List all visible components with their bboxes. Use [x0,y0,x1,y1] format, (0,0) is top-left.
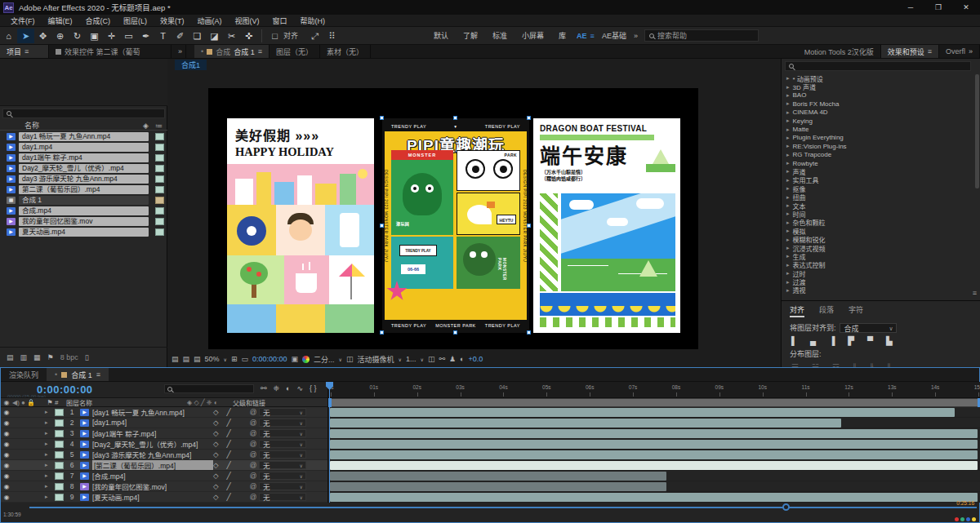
parent-pickwhip-icon[interactable]: @ [247,482,259,490]
timeline-search[interactable] [164,384,254,393]
layer-twirl-icon[interactable]: ▸ [45,419,55,426]
brackets-icon[interactable]: { } [310,384,317,392]
menu-item[interactable]: 帮助(H) [295,15,332,27]
twirl-icon[interactable]: ▸ [786,126,790,133]
effects-category-row[interactable]: ▸模拟 [782,227,974,235]
quality-switch[interactable]: ◇ [213,419,219,427]
layer-duration-bar[interactable] [330,429,978,438]
layer-bar-row[interactable] [328,450,980,460]
timeline-layer-row[interactable]: ◉▸8▶[我的童年回忆图鉴.mov]◇╱@无 [1,481,327,492]
project-file-row[interactable]: ▶day1端午 粽子.mp4 [0,153,167,163]
effects-category-row[interactable]: ▸过时 [782,269,974,277]
workspace-默认[interactable]: 默认 [426,29,456,42]
effects-panel-menu-icon[interactable]: ≡ [973,289,977,297]
menu-item[interactable]: 动画(A) [192,15,228,27]
workspace-了解[interactable]: 了解 [456,29,485,42]
project-file-row[interactable]: ▶day3 游乐摩天轮 九鱼Ann.mp4 [0,174,167,184]
zoom-level[interactable]: 50% [205,355,220,363]
parent-pickwhip-icon[interactable]: @ [247,408,259,416]
effects-switch[interactable]: ╱ [227,461,231,469]
quality-switch[interactable]: ◇ [213,482,219,490]
effects-switch[interactable]: ╱ [227,493,231,501]
parent-pickwhip-icon[interactable]: @ [247,429,259,437]
graph-editor-icon[interactable]: ∿ [297,384,304,392]
motion-blur-icon[interactable]: ◐ [286,384,290,392]
layer-duration-bar[interactable] [330,440,978,449]
tab-composition[interactable]: • 合成 合成 1 ≡ [194,45,270,58]
camera-select[interactable]: 活动摄像机 [358,354,394,365]
work-area[interactable] [328,398,980,407]
project-file-row[interactable]: ▶Day2_摩天轮_雪儿（优秀）.mp4 [0,163,167,174]
tab-paragraph[interactable]: 段落 [819,304,834,317]
layer-switches[interactable]: ◇╱ [213,461,247,469]
layer-label-chip[interactable] [55,494,64,501]
twirl-icon[interactable]: ▸ [786,152,790,158]
twirl-icon[interactable]: ▸ [786,117,790,124]
effects-switch[interactable]: ╱ [227,429,231,437]
grid-guides-icon[interactable]: ⊞ [231,355,238,363]
layer-duration-bar[interactable] [330,461,978,470]
layer-name[interactable]: [day3 游乐摩天轮 九鱼Ann.mp4] [92,450,213,459]
layer-name[interactable]: [第二课（葡萄乐园）.mp4] [92,460,213,470]
pixel-aspect-icon[interactable]: ◫ [428,355,435,363]
layer-label-chip[interactable] [55,451,64,459]
align-top-button[interactable]: ▛ [848,336,854,345]
camera-dropdown-icon[interactable]: ∨ [399,357,402,362]
layer-twirl-icon[interactable]: ▸ [45,430,55,437]
viewer-comp-tab[interactable]: 合成1 [175,60,207,70]
project-search[interactable] [2,109,165,118]
visibility-toggle[interactable]: ◉ [1,472,12,480]
menu-item[interactable]: 视图(V) [229,15,265,27]
project-file-row[interactable]: ▦合成 1 [0,195,167,206]
align-left-button[interactable]: ▌ [791,336,797,345]
layer-name[interactable]: [day1端午 粽子.mp4] [92,428,213,438]
selection-handle[interactable] [453,116,457,120]
new-composition-icon[interactable]: ▦ [33,353,41,361]
composition-viewport[interactable]: 美好假期 »»» HAPPY HOLIDAY [208,88,698,349]
workspace-小屏幕[interactable]: 小屏幕 [514,29,551,42]
selection-handle[interactable] [453,330,457,335]
delete-icon[interactable]: ▯ [85,353,89,361]
effects-category-row[interactable]: ▸RE:Vision Plug-ins [782,142,974,150]
layer-name[interactable]: [day1.mp4] [92,419,213,427]
shape-tool[interactable]: ▭ [120,29,137,43]
channel-icon[interactable] [302,356,310,363]
label-column-icon[interactable]: ◈ [143,122,149,130]
video-column-icon[interactable]: ◉ [1,399,12,406]
workspace-库[interactable]: 库 [551,29,573,42]
composition-flowchart-icon[interactable]: ⚯ [261,384,267,392]
timeline-zoom-knob[interactable] [782,503,790,511]
puppet-tool[interactable]: ✜ [240,29,257,43]
tab-align[interactable]: 对齐 [790,304,804,317]
tab-overflow-right[interactable]: Overfl» [939,45,980,58]
twirl-icon[interactable]: ▸ [786,160,790,166]
project-file-row[interactable]: ▶第二课（葡萄乐园）.mp4 [0,184,167,195]
workspace-标准[interactable]: 标准 [485,29,514,42]
layer-label-chip[interactable] [55,483,64,490]
tab-effects-presets[interactable]: 效果和预设≡ [881,45,939,58]
visibility-toggle[interactable]: ◉ [1,462,12,469]
effects-switch[interactable]: ╱ [227,419,231,427]
parent-pickwhip-icon[interactable]: @ [247,493,259,501]
parent-select[interactable]: 无 [259,472,306,480]
visibility-toggle[interactable]: ◉ [1,419,12,427]
eraser-tool[interactable]: ◪ [206,29,223,43]
effects-category-row[interactable]: ▸杂色和颗粒 [782,219,974,227]
label-color-chip[interactable] [155,186,164,193]
effects-scrollbar[interactable] [975,74,979,188]
parent-select[interactable]: 无 [259,440,306,448]
layer-switches[interactable]: ◇╱ [213,482,247,490]
twirl-icon[interactable]: ▸ [786,279,790,286]
snapshot-icon[interactable]: ▣ [292,355,299,363]
minimize-button[interactable]: ─ [897,0,924,15]
layer-twirl-icon[interactable]: ▸ [45,409,55,415]
tab-layer[interactable]: 图层（无） [270,45,320,58]
twirl-icon[interactable]: ▸ [786,287,790,294]
parent-select[interactable]: 无 [259,450,306,459]
parent-select[interactable]: 无 [259,429,306,437]
quality-switch[interactable]: ◇ [213,429,219,437]
parent-select[interactable]: 无 [259,408,306,416]
selection-handle[interactable] [380,116,384,120]
menu-item[interactable]: 窗口 [267,15,293,27]
layer-label-chip[interactable] [55,472,64,480]
